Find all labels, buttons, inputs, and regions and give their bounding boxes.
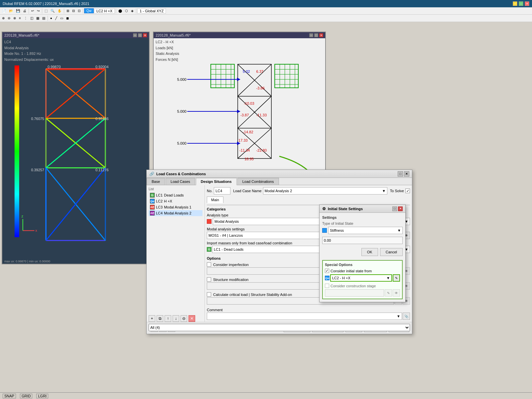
- is-type-value: Stiffness: [330, 228, 344, 232]
- status-snap[interactable]: SNAP: [3, 394, 16, 398]
- tb2-btn8[interactable]: ▤: [41, 16, 47, 21]
- lc-list-item-3[interactable]: AE LC3 Modal Analysis 1: [149, 204, 202, 210]
- tb2-btn6[interactable]: ◫: [29, 16, 35, 21]
- comment-attach-btn[interactable]: 📎: [403, 313, 410, 320]
- tab-load-combinations[interactable]: Load Combinations: [237, 178, 279, 185]
- tb2-solid[interactable]: ◼: [65, 16, 70, 21]
- lc-del-btn[interactable]: ✕: [189, 315, 195, 322]
- lc2-id: LC2: [156, 199, 163, 203]
- is-type-dropdown[interactable]: Stiffness ▼: [328, 227, 403, 234]
- tab-design-situations[interactable]: Design Situations: [196, 178, 237, 185]
- lc-add-btn[interactable]: +: [149, 315, 155, 322]
- lc-dup-btn[interactable]: ⧉: [157, 315, 163, 322]
- vp-left-close[interactable]: ✕: [143, 33, 147, 37]
- lc-list-item-1[interactable]: G LC1 Dead Loads: [149, 192, 202, 198]
- consider-construction-input: [325, 289, 384, 297]
- lc-selector[interactable]: LC2 H +X: [94, 8, 115, 14]
- is-type-label: Type of Initial State: [322, 221, 403, 225]
- minimize-btn[interactable]: ─: [513, 1, 517, 6]
- tb-redo[interactable]: ↪: [36, 8, 41, 13]
- is-icon: ⚙: [322, 206, 326, 211]
- tb-view1[interactable]: ⊞: [65, 8, 70, 13]
- tb2-line[interactable]: ╱: [54, 16, 59, 21]
- lc-dialog-tabs: Base Load Cases Design Situations Load C…: [147, 178, 412, 185]
- val-topleft: 0.99870: [48, 65, 61, 69]
- tb2-btn3[interactable]: ⊗: [12, 16, 17, 21]
- tb-open[interactable]: 📂: [8, 8, 14, 13]
- analysis-type-value: Modal Analysis: [214, 219, 239, 223]
- vp-right-close[interactable]: ✕: [319, 33, 323, 37]
- consider-construction-check-row: Consider construction stage: [325, 284, 400, 288]
- lc-all-select[interactable]: All (4): [149, 324, 410, 331]
- calc-critical-checkbox[interactable]: [207, 292, 211, 297]
- lc-up-btn[interactable]: ↑: [165, 315, 171, 322]
- lc-title-text: Load Cases & Combinations: [156, 172, 206, 176]
- view-selector[interactable]: 1 - Global XYZ: [137, 8, 166, 14]
- status-grid[interactable]: GRID: [20, 394, 33, 398]
- maximize-btn[interactable]: □: [519, 1, 523, 6]
- tb-pan[interactable]: ✋: [56, 8, 63, 13]
- tb-print[interactable]: 🖨: [22, 8, 28, 13]
- imperfection-checkbox[interactable]: [207, 262, 211, 267]
- structure-mod-label: Structure modification: [213, 278, 248, 282]
- tb-undo[interactable]: ↩: [30, 8, 35, 13]
- consider-construction-checkbox[interactable]: [325, 284, 329, 288]
- consider-initial-checkbox[interactable]: ✓: [325, 269, 329, 273]
- lc-no-input[interactable]: [214, 187, 230, 195]
- is-dialog-close[interactable]: ✕: [398, 206, 403, 211]
- vp-right-max[interactable]: □: [314, 33, 318, 37]
- vp-left-max[interactable]: □: [138, 33, 142, 37]
- tb-save[interactable]: 💾: [15, 8, 21, 13]
- sep1: [29, 8, 29, 14]
- is-type-row: Stiffness ▼: [322, 227, 403, 234]
- tb-more3[interactable]: ◈: [130, 8, 135, 13]
- tab-base[interactable]: Base: [147, 178, 165, 185]
- close-btn[interactable]: ✕: [525, 1, 529, 6]
- vp-left-min[interactable]: ─: [133, 33, 137, 37]
- lc-to-solve-group: To Solve ✓: [390, 189, 410, 193]
- tb2-btn4[interactable]: ≡: [18, 16, 22, 21]
- lc-dialog-close[interactable]: ✕: [404, 171, 409, 177]
- comment-arrow: ▼: [397, 314, 400, 318]
- tb-view2[interactable]: ⊟: [71, 8, 76, 13]
- lc-name-dropdown[interactable]: Modal Analysis 2 ▼: [263, 187, 387, 195]
- consider-initial-edit-btn[interactable]: ✎: [393, 274, 400, 282]
- lc-list-item-4[interactable]: AE LC4 Modal Analysis 2: [149, 210, 202, 216]
- lc-to-solve-checkbox[interactable]: ✓: [405, 189, 410, 193]
- tb-select[interactable]: ⬚: [43, 8, 49, 13]
- sep4: [83, 8, 83, 14]
- lc-list-item-2[interactable]: Qw LC2 H +X: [149, 198, 202, 204]
- tb-more1[interactable]: ⬤: [117, 8, 123, 13]
- vp-right-min[interactable]: ─: [309, 33, 313, 37]
- lc-dialog-max[interactable]: □: [398, 171, 403, 177]
- tb2-btn2[interactable]: ⊖: [6, 16, 12, 21]
- is-cancel-btn[interactable]: Cancel: [380, 248, 403, 256]
- is-ok-btn[interactable]: OK: [361, 248, 378, 256]
- lc-to-solve-label: To Solve: [390, 189, 404, 193]
- force-arrow2-head: [237, 110, 240, 113]
- sep6: [136, 8, 136, 14]
- consider-initial-value-dropdown[interactable]: LC2 - H +X ▼: [330, 274, 392, 282]
- tb2-surface[interactable]: ▭: [59, 16, 65, 21]
- tab-load-cases[interactable]: Load Cases: [166, 178, 195, 185]
- lc1-id: LC1: [156, 193, 163, 197]
- is-settings-label: Settings: [322, 215, 403, 219]
- tb2-btn7[interactable]: ▦: [35, 16, 41, 21]
- tb2-btn5[interactable]: ⋮: [23, 16, 29, 21]
- tb2-btn1[interactable]: ⊕: [1, 16, 6, 21]
- tb2-node[interactable]: ●: [49, 16, 54, 21]
- structure-mod-checkbox[interactable]: [207, 277, 211, 282]
- is-number-input[interactable]: [322, 237, 403, 244]
- consider-construction-section: Consider construction stage ✎ 👁: [325, 284, 400, 297]
- status-lgri[interactable]: LGRI: [36, 394, 48, 398]
- lc-down-btn[interactable]: ↓: [173, 315, 179, 322]
- tb-more2[interactable]: ⬡: [124, 8, 129, 13]
- tb-zoom[interactable]: 🔍: [49, 8, 56, 13]
- is-dialog-max[interactable]: □: [392, 206, 397, 211]
- tab-main[interactable]: Main: [207, 197, 223, 203]
- comment-dropdown[interactable]: ▼: [207, 313, 402, 320]
- tb-view3[interactable]: ⊡: [76, 8, 82, 13]
- tb-new[interactable]: 📄: [1, 8, 7, 13]
- lc-lock-btn[interactable]: ⊝: [181, 315, 187, 322]
- axis-x-label: x: [35, 228, 37, 232]
